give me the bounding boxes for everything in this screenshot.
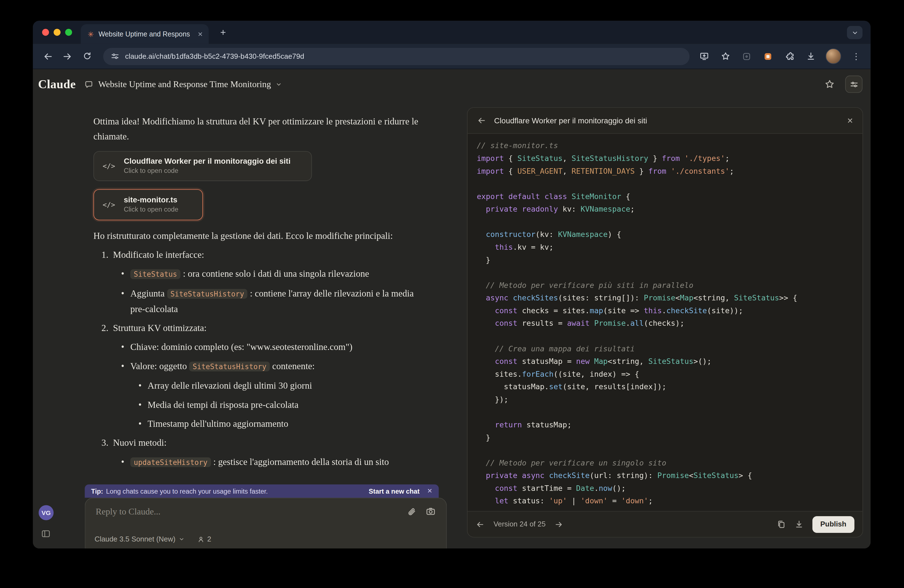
code-line: [477, 406, 853, 419]
list-item: 2.Struttura KV ottimizzata:: [93, 321, 427, 336]
browser-menu-button[interactable]: ⋮: [850, 48, 863, 64]
bookmark-button[interactable]: [719, 48, 732, 64]
code-line: [477, 178, 853, 190]
artifact-card-title: site-monitor.ts: [124, 195, 179, 205]
copy-icon[interactable]: [776, 520, 786, 529]
version-label: Version 24 of 25: [493, 520, 545, 528]
profile-avatar[interactable]: [825, 49, 841, 64]
start-new-chat-link[interactable]: Start a new chat: [369, 487, 420, 495]
model-selector[interactable]: Claude 3.5 Sonnet (New) 2: [95, 535, 211, 543]
download-icon[interactable]: [794, 520, 803, 529]
artifact-card-subtitle: Click to open code: [124, 166, 291, 176]
list-item: •SiteStatus : ora contiene solo i dati d…: [93, 266, 427, 282]
pinned-extension-button[interactable]: [762, 48, 774, 64]
code-line: const statusMap = new Map<string, SiteSt…: [477, 355, 853, 368]
header-actions: [824, 76, 863, 93]
list-item: 3.Nuovi metodi:: [93, 435, 427, 450]
claude-logo[interactable]: Claude: [38, 77, 76, 92]
code-line: // Metodo per verificare un singolo sito: [477, 457, 853, 469]
previous-version-button[interactable]: [476, 520, 484, 528]
extensions-button[interactable]: [783, 48, 796, 64]
code-line: [477, 330, 853, 343]
forward-button[interactable]: [59, 48, 76, 64]
chat-title: Website Uptime and Response Time Monitor…: [98, 79, 271, 89]
site-settings-icon[interactable]: [111, 52, 119, 60]
code-line: const startTime = Date.now();: [477, 482, 853, 495]
artifact-card-site-monitor[interactable]: </> site-monitor.ts Click to open code: [93, 189, 203, 220]
screenshot-button[interactable]: [425, 506, 436, 517]
tip-label: Tip:: [91, 487, 103, 495]
composer-icons: [406, 506, 436, 517]
chat-messages: Ottima idea! Modifichiamo la struttura d…: [93, 114, 427, 470]
inline-code-chip: SiteStatus: [130, 269, 181, 279]
url-text: claude.ai/chat/b1dfa3db-b5c2-4739-b430-9…: [125, 52, 305, 60]
inactive-extension-button[interactable]: [740, 48, 753, 64]
close-window-button[interactable]: [42, 29, 49, 36]
minimize-window-button[interactable]: [54, 29, 61, 36]
inline-code-chip: updateSiteHistory: [130, 457, 211, 467]
chat-settings-button[interactable]: [845, 76, 863, 93]
attachment-button[interactable]: [406, 507, 416, 517]
artifact-card-title: Cloudflare Worker per il monitoraggio de…: [124, 156, 291, 166]
star-icon[interactable]: [824, 79, 835, 89]
list-item: •Chiave: dominio completo (es: "www.seot…: [93, 340, 427, 355]
assistant-paragraph: Ottima idea! Modifichiamo la struttura d…: [93, 114, 427, 144]
tip-banner: Tip: Long chats cause you to reach your …: [85, 484, 439, 498]
back-icon[interactable]: [477, 116, 486, 125]
code-icon: </>: [103, 197, 115, 212]
url-bar[interactable]: claude.ai/chat/b1dfa3db-b5c2-4739-b430-9…: [103, 47, 690, 65]
code-area[interactable]: // site-monitor.tsimport { SiteStatus, S…: [468, 134, 863, 511]
chevron-down-icon: [851, 29, 858, 36]
reload-button[interactable]: [79, 48, 95, 64]
next-version-button[interactable]: [555, 520, 563, 528]
back-icon: [43, 51, 53, 61]
code-line: [477, 216, 853, 229]
chat-list: 1.Modificato le interfacce:•SiteStatus :…: [93, 248, 427, 470]
chevron-down-icon: [179, 536, 185, 542]
list-item: •Valore: oggetto SiteStatusHistory conte…: [93, 359, 427, 374]
artifact-actions: Publish: [776, 516, 855, 533]
install-app-button[interactable]: [697, 48, 710, 64]
claude-favicon-icon: ✳: [88, 30, 94, 38]
artifact-card-cloudflare-worker[interactable]: </> Cloudflare Worker per il monitoraggi…: [93, 151, 312, 181]
toolbar-actions: ⋮: [697, 48, 864, 64]
list-item: •Timestamp dell'ultimo aggiornamento: [93, 416, 427, 432]
publish-button[interactable]: Publish: [812, 516, 855, 533]
code-line: this.kv = kv;: [477, 241, 853, 254]
downloads-button[interactable]: [804, 48, 817, 64]
artifact-header: Cloudflare Worker per il monitoraggio de…: [468, 108, 863, 134]
window-controls: [42, 29, 72, 36]
zoom-window-button[interactable]: [65, 29, 72, 36]
usage-icon: [198, 535, 205, 543]
close-icon[interactable]: ✕: [847, 116, 853, 125]
list-item: •updateSiteHistory : gestisce l'aggiorna…: [93, 454, 427, 470]
inline-code-chip: SiteStatusHistory: [189, 362, 270, 371]
reply-input[interactable]: Reply to Claude...: [96, 506, 407, 517]
close-icon[interactable]: ✕: [427, 487, 432, 495]
browser-toolbar: claude.ai/chat/b1dfa3db-b5c2-4739-b430-9…: [33, 44, 871, 69]
user-avatar[interactable]: VG: [39, 505, 54, 520]
new-tab-button[interactable]: +: [216, 25, 231, 40]
reload-icon: [82, 51, 92, 61]
inline-code-chip: SiteStatusHistory: [167, 289, 248, 299]
back-button[interactable]: [40, 48, 56, 64]
browser-tab[interactable]: ✳ Website Uptime and Respons ✕: [81, 24, 209, 44]
code-line: }: [477, 254, 853, 266]
code-line: // site-monitor.ts: [477, 139, 853, 152]
chevron-down-icon: [275, 81, 282, 87]
browser-window: ✳ Website Uptime and Respons ✕ +: [33, 21, 871, 548]
list-item: •Array delle rilevazioni degli ultimi 30…: [93, 378, 427, 394]
message-composer: Reply to Claude... Claude 3.5 Sonnet (Ne…: [85, 498, 447, 548]
chat-title-menu[interactable]: Website Uptime and Response Time Monitor…: [84, 79, 282, 89]
usage-indicator: 2: [198, 535, 211, 543]
chat-bubble-icon: [84, 80, 93, 89]
tab-close-icon[interactable]: ✕: [196, 29, 204, 39]
code-line: constructor(kv: KVNamespace) {: [477, 228, 853, 241]
inactive-extension-icon: [742, 52, 751, 61]
list-item: •Media dei tempi di risposta pre-calcola…: [93, 397, 427, 413]
list-item: •Aggiunta SiteStatusHistory : contiene l…: [93, 286, 427, 316]
puzzle-icon: [784, 51, 794, 61]
tab-search-button[interactable]: [847, 26, 863, 39]
code-line: private async checkSite(url: string): Pr…: [477, 469, 853, 482]
sidebar-toggle-button[interactable]: [41, 529, 51, 539]
